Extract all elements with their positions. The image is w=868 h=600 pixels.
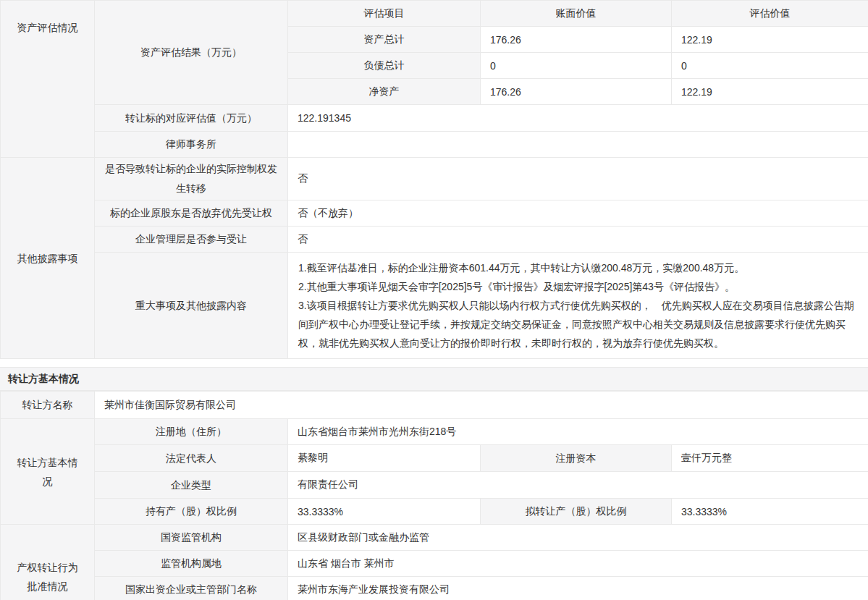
section-gap [0,359,868,367]
table-row: 重大事项及其他披露内容 1.截至评估基准日，标的企业注册资本601.44万元，其… [1,253,868,359]
transferor-info-table: 转让方名称 莱州市佳衡国际贸易有限公司 转让方基本情况 注册地（住所） 山东省烟… [0,391,868,600]
table-row: 企业管理层是否参与受让 否 [1,227,868,253]
table-row: 转让标的对应评估值（万元） 122.191345 [1,105,868,132]
asset-evaluation-table: 资产评估情况 资产评估结果（万元） 评估项目 账面价值 评估价值 资产总计 17… [0,0,868,359]
label-total-assets: 资产总计 [288,27,481,53]
label-holding-ratio: 持有产（股）权比例 [95,499,288,525]
value-state-funded-enterprise: 莱州市东海产业发展投资有限公司 [288,577,868,600]
value-registered-address: 山东省烟台市莱州市光州东街218号 [288,419,868,445]
label-transferor-name: 转让方名称 [1,392,95,419]
label-registered-capital: 注册资本 [481,445,672,472]
value-legal-representative: 綦黎明 [288,445,481,472]
value-net-assets-book: 176.26 [481,79,672,105]
header-eval-value: 评估价值 [672,1,868,27]
group-label-approval: 产权转让行为 批准情况 [1,525,95,600]
table-row: 转让方基本情况 注册地（住所） 山东省烟台市莱州市光州东街218号 [1,419,868,445]
label-management-participation: 企业管理层是否参与受让 [95,227,288,253]
label-law-firm: 律师事务所 [95,132,288,158]
table-row: 其他披露事项 是否导致转让标的企业的实际控制权发生转移 否 [1,158,868,200]
label-target-eval-value: 转让标的对应评估值（万元） [95,105,288,132]
label-waive-preemptive-right: 标的企业原股东是否放弃优先受让权 [95,200,288,227]
label-net-assets: 净资产 [288,79,481,105]
table-row: 标的企业原股东是否放弃优先受让权 否（不放弃） [1,200,868,227]
header-book-value: 账面价值 [481,1,672,27]
label-asset-eval-result: 资产评估结果（万元） [95,1,288,105]
table-row: 律师事务所 [1,132,868,158]
header-eval-item: 评估项目 [288,1,481,27]
table-row: 产权转让行为 批准情况 国资监管机构 区县级财政部门或金融办监管 [1,525,868,551]
table-row: 监管机构属地 山东省 烟台市 莱州市 [1,551,868,577]
group-label-other-disclosure: 其他披露事项 [1,158,95,359]
label-registered-address: 注册地（住所） [95,419,288,445]
value-regulator-region: 山东省 烟台市 莱州市 [288,551,868,577]
major-matters-line-2: 2.其他重大事项详见烟天会审字[2025]5号《审计报告》及烟宏评报字[2025… [298,277,858,296]
value-total-liabilities-eval: 0 [672,53,868,79]
label-transfer-ratio: 拟转让产（股）权比例 [481,499,672,525]
value-major-matters: 1.截至评估基准日，标的企业注册资本601.44万元，其中转让方认缴200.48… [288,253,868,359]
value-management-participation: 否 [288,227,868,253]
value-total-assets-book: 176.26 [481,27,672,53]
label-state-funded-enterprise: 国家出资企业或主管部门名称 [95,577,288,600]
value-total-liabilities-book: 0 [481,53,672,79]
table-row: 持有产（股）权比例 33.3333% 拟转让产（股）权比例 33.3333% [1,499,868,525]
value-registered-capital: 壹仟万元整 [672,445,868,472]
label-major-matters: 重大事项及其他披露内容 [95,253,288,359]
group-label-transferor-basic: 转让方基本情况 [1,419,95,525]
major-matters-line-3: 3.该项目根据转让方要求优先购买权人只能以场内行权方式行使优先购买权的， 优先购… [298,296,858,352]
label-enterprise-type: 企业类型 [95,472,288,499]
label-legal-representative: 法定代表人 [95,445,288,472]
value-law-firm [288,132,868,158]
value-state-regulator: 区县级财政部门或金融办监管 [288,525,868,551]
label-total-liabilities: 负债总计 [288,53,481,79]
value-waive-preemptive-right: 否（不放弃） [288,200,868,227]
table-row: 资产评估情况 资产评估结果（万元） 评估项目 账面价值 评估价值 [1,1,868,27]
label-control-transfer: 是否导致转让标的企业的实际控制权发生转移 [95,158,288,200]
value-transferor-name: 莱州市佳衡国际贸易有限公司 [95,392,868,419]
value-holding-ratio: 33.3333% [288,499,481,525]
value-transfer-ratio: 33.3333% [672,499,868,525]
value-enterprise-type: 有限责任公司 [288,472,868,499]
table-row: 转让方名称 莱州市佳衡国际贸易有限公司 [1,392,868,419]
value-control-transfer: 否 [288,158,868,200]
value-total-assets-eval: 122.19 [672,27,868,53]
table-row: 国家出资企业或主管部门名称 莱州市东海产业发展投资有限公司 [1,577,868,600]
section-header-transferor: 转让方基本情况 [0,367,868,391]
label-regulator-region: 监管机构属地 [95,551,288,577]
group-label-asset-evaluation: 资产评估情况 [1,1,95,158]
table-row: 企业类型 有限责任公司 [1,472,868,499]
value-target-eval-value: 122.191345 [288,105,868,132]
major-matters-line-1: 1.截至评估基准日，标的企业注册资本601.44万元，其中转让方认缴200.48… [298,258,858,277]
value-net-assets-eval: 122.19 [672,79,868,105]
table-row: 法定代表人 綦黎明 注册资本 壹仟万元整 [1,445,868,472]
label-state-regulator: 国资监管机构 [95,525,288,551]
